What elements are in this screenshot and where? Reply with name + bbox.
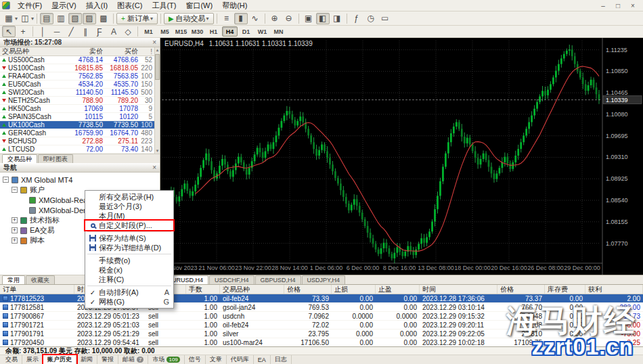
vertical-line-icon[interactable]: │	[36, 26, 49, 37]
tab-signals[interactable]: 信号	[185, 355, 206, 364]
price-chart[interactable]: 16 Nov 202321 Nov 06:0023 Nov 22:0028 No…	[160, 38, 642, 275]
minimize-button[interactable]: –	[598, 2, 608, 9]
orders-column-header[interactable]: 价格	[284, 285, 332, 294]
navigator-tab[interactable]: 常用	[2, 275, 25, 284]
timeframe-h1[interactable]: H1	[206, 26, 221, 37]
strategy-tester-icon[interactable]: ▩	[97, 13, 110, 24]
close-button[interactable]: ×	[628, 2, 638, 9]
dropdown-arrow-icon[interactable]: ▾	[31, 16, 34, 22]
market-watch-row[interactable]: US100Cash16815.8516818.05220	[0, 64, 154, 72]
tab-code-base[interactable]: 代码库	[227, 355, 254, 364]
context-menu-item[interactable]: 自定义时段(P)...	[85, 221, 173, 230]
chart-profiles-icon[interactable]: ◫	[18, 13, 32, 24]
market-watch-row[interactable]: SPAIN35Cash10115101205	[0, 113, 154, 121]
bar-chart-mode-icon[interactable]: ≡	[220, 13, 234, 24]
context-menu-item[interactable]: 最近3个月(3)	[85, 202, 173, 211]
context-menu-item[interactable]: 注释(C)	[85, 275, 173, 284]
navigator-tab[interactable]: 收藏夹	[26, 275, 55, 284]
scroll-up-icon[interactable]: ▴	[156, 47, 159, 53]
chart-shift-icon[interactable]: ◨	[330, 13, 344, 24]
menu-item[interactable]: 文件(F)	[13, 0, 47, 12]
new-order-button[interactable]: +新订单▾	[116, 13, 158, 24]
menu-item[interactable]: 工具(T)	[147, 0, 181, 12]
close-icon[interactable]: ×	[152, 39, 156, 46]
context-menu-item[interactable]: 所有交易记录(H)	[85, 192, 173, 202]
market-watch-row[interactable]: LTCUSD72.0073.40140	[0, 145, 154, 154]
tab-alerts[interactable]: 警报	[97, 355, 118, 364]
timeframe-m30[interactable]: M30	[190, 26, 205, 37]
menu-item[interactable]: 窗口(W)	[181, 0, 217, 12]
column-symbol[interactable]: 交易品种	[0, 47, 62, 56]
data-window-icon[interactable]: ▥	[54, 13, 68, 24]
horizontal-line-icon[interactable]: ─	[50, 26, 64, 37]
market-watch-row[interactable]: FRA40Cash7562.857563.85100	[0, 72, 154, 81]
chart-tab[interactable]: GBPUSD,H4	[255, 275, 301, 284]
chart-area[interactable]: 16 Nov 202321 Nov 06:0023 Nov 22:0028 No…	[160, 38, 643, 275]
tab-mailbox[interactable]: 邮箱7	[118, 355, 148, 364]
market-watch-tab[interactable]: 即时图表	[38, 154, 73, 163]
text-label-icon[interactable]: A	[107, 26, 120, 37]
line-chart-mode-icon[interactable]: ∿	[248, 13, 262, 24]
trend-line-icon[interactable]: ╱	[64, 26, 78, 37]
tab-journal[interactable]: 日志	[271, 355, 292, 364]
periods-icon[interactable]: ◷	[364, 13, 378, 24]
timeframe-w1[interactable]: W1	[254, 26, 270, 37]
scroll-down-icon[interactable]: ▾	[156, 148, 159, 154]
context-menu-item[interactable]: 保存为结单(S)	[85, 233, 173, 243]
tab-trade[interactable]: 交易	[1, 355, 22, 364]
terminal-toggle-icon[interactable]: ▨	[83, 13, 96, 24]
dropdown-arrow-icon[interactable]: ▾	[15, 16, 18, 22]
column-spread[interactable]: !	[138, 48, 154, 55]
tab-exposure[interactable]: 展示	[22, 355, 43, 364]
tab-account-history[interactable]: 账户历史	[43, 355, 76, 364]
orders-column-header[interactable]: 价格	[497, 285, 545, 294]
expand-icon[interactable]: +	[12, 237, 18, 244]
context-menu-item[interactable]: 保存为详细结单(D)	[85, 243, 173, 252]
market-watch-row[interactable]: UK100Cash7738.507739.50100	[0, 121, 154, 129]
market-watch-row[interactable]: US500Cash4768.144768.6652	[0, 56, 154, 64]
context-menu-item[interactable]: 税金(x)	[85, 265, 173, 275]
timeframe-m15[interactable]: M15	[173, 26, 189, 37]
auto-scroll-icon[interactable]: ◧	[316, 13, 330, 24]
market-watch-tab[interactable]: 交易品种	[2, 154, 37, 163]
orders-column-header[interactable]: 订单	[0, 285, 74, 294]
orders-column-header[interactable]: 时间	[420, 285, 497, 294]
timeframe-m1[interactable]: M1	[141, 26, 156, 37]
market-watch-row[interactable]: GER40Cash16759.9016764.70480	[0, 129, 154, 137]
crosshair-icon[interactable]: +	[16, 26, 30, 37]
orders-column-header[interactable]: 获利	[585, 285, 643, 294]
auto-trading-button[interactable]: ▶自动交易▾	[164, 13, 214, 24]
restore-button[interactable]: □	[613, 2, 623, 9]
menu-item[interactable]: 插入(I)	[81, 0, 112, 12]
arrows-icon[interactable]: ◇	[121, 26, 135, 37]
tab-news[interactable]: 新闻	[76, 355, 97, 364]
market-watch-row[interactable]: SWI20Cash11140.5011145.50500	[0, 89, 154, 97]
collapse-icon[interactable]: −	[12, 187, 18, 193]
templates-icon[interactable]: ▭	[378, 13, 392, 24]
timeframe-m5[interactable]: M5	[157, 26, 173, 37]
new-chart-icon[interactable]: ▦	[2, 13, 16, 24]
collapse-icon[interactable]: −	[3, 177, 9, 183]
tab-articles[interactable]: 文章	[206, 355, 227, 364]
expand-icon[interactable]: +	[12, 227, 18, 233]
chart-tab[interactable]: USDCHF,H4	[209, 275, 254, 284]
orders-column-header[interactable]: 止盈	[376, 285, 420, 294]
indicators-list-icon[interactable]: ƒ	[350, 13, 363, 24]
orders-column-header[interactable]: 库存费	[545, 285, 585, 294]
context-menu-item[interactable]: ✓自动排列(A)A	[85, 288, 173, 297]
menu-item[interactable]: 图表(C)	[112, 0, 147, 12]
chart-tab[interactable]: USDJPY,H4	[302, 275, 345, 284]
expand-icon[interactable]: +	[12, 217, 18, 223]
zoom-in-icon[interactable]: ⊕	[268, 13, 282, 24]
navigator-toggle-icon[interactable]: ▧	[68, 13, 82, 24]
column-bid[interactable]: 卖价	[62, 47, 103, 56]
candlestick-mode-icon[interactable]: ▮	[234, 13, 248, 24]
tab-market[interactable]: 市场109	[148, 355, 184, 364]
scrollbar-thumb[interactable]	[155, 54, 160, 80]
channel-icon[interactable]: ∥	[79, 26, 92, 37]
market-watch-toggle-icon[interactable]: ▤	[40, 13, 53, 24]
context-menu-item[interactable]: 本月(M)	[85, 211, 173, 221]
orders-column-header[interactable]: 止损	[332, 285, 376, 294]
market-watch-row[interactable]: HK50Cash17069170789	[0, 105, 154, 113]
tab-experts[interactable]: EA	[254, 355, 271, 364]
